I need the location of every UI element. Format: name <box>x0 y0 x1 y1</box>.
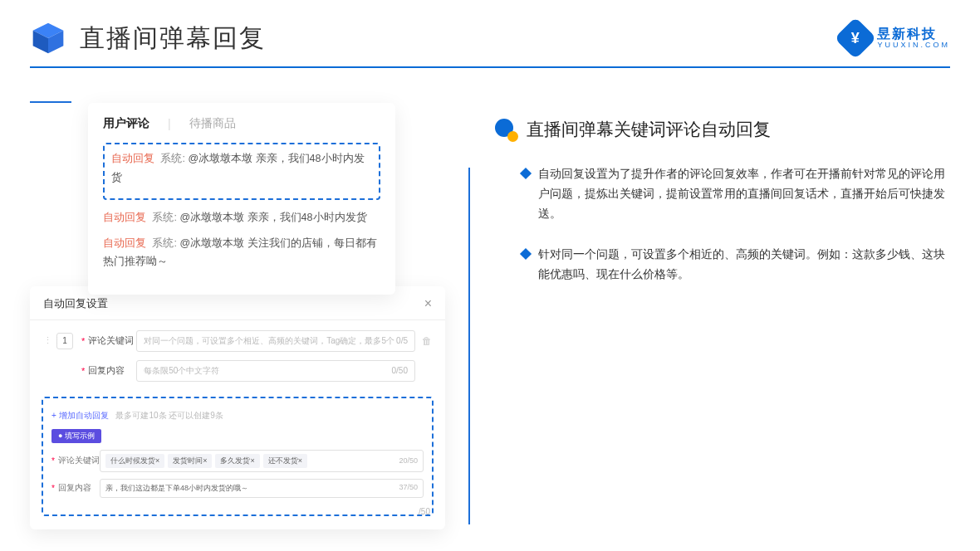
required-mark: * <box>81 336 85 346</box>
cube-icon <box>30 20 66 56</box>
system-tag: 系统: <box>152 212 176 223</box>
screenshot-column: 用户评论 | 待播商品 自动回复 系统: @冰墩墩本墩 亲亲，我们48小时内发货… <box>30 101 445 529</box>
auto-reply-tag: 自动回复 <box>111 153 154 164</box>
example-content-counter: 37/50 <box>399 483 418 494</box>
comment-body: @冰墩墩本墩 亲亲，我们48小时内发货 <box>179 212 366 223</box>
slide-header: 直播间弹幕回复 ¥ 昱新科技 YUUXIN.COM <box>0 0 980 66</box>
keyword-chip[interactable]: 多久发货× <box>215 454 259 468</box>
rule-index: 1 <box>56 333 73 349</box>
add-hint: 最多可建10条 还可以创建9条 <box>115 411 223 420</box>
section-title: 直播间弹幕关键词评论自动回复 <box>527 118 771 141</box>
tab-pending-goods[interactable]: 待播商品 <box>189 116 236 131</box>
highlighted-comment: 自动回复 系统: @冰墩墩本墩 亲亲，我们48小时内发货 <box>103 143 380 200</box>
brand-logo: ¥ 昱新科技 YUUXIN.COM <box>840 23 950 53</box>
add-auto-reply-link[interactable]: + 增加自动回复 最多可建10条 还可以创建9条 <box>51 410 223 422</box>
content-counter: 0/50 <box>392 366 408 375</box>
content-label: 回复内容 <box>88 364 136 377</box>
example-kw-counter: 20/50 <box>399 456 418 465</box>
tab-separator: | <box>168 117 171 130</box>
auto-reply-settings-panel: 自动回复设置 × ⋮⋮ 1 * 评论关键词 对同一个问题，可设置多个相近、高频的… <box>30 286 445 529</box>
keyword-chip[interactable]: 发货时间× <box>168 454 212 468</box>
keyword-chip[interactable]: 什么时候发货× <box>105 454 164 468</box>
comment-tabs: 用户评论 | 待播商品 <box>103 116 380 131</box>
comment-row: 自动回复 系统: @冰墩墩本墩 关注我们的店铺，每日都有热门推荐呦～ <box>103 234 380 271</box>
trash-icon[interactable]: 🗑 <box>422 335 432 347</box>
settings-title: 自动回复设置 <box>43 296 108 311</box>
page-title: 直播间弹幕回复 <box>80 22 266 56</box>
close-icon[interactable]: × <box>424 296 432 311</box>
example-badge: ● 填写示例 <box>51 429 101 443</box>
keyword-row: ⋮⋮ 1 * 评论关键词 对同一个问题，可设置多个相近、高频的关键词，Tag确定… <box>43 330 432 352</box>
chat-bubble-icon <box>495 119 517 140</box>
required-mark: * <box>81 366 85 376</box>
diamond-icon <box>520 248 532 260</box>
bullet-text: 针对同一个问题，可设置多个相近的、高频的关键词。例如：这款多少钱、这块能优惠吗、… <box>538 245 950 285</box>
keyword-label: 评论关键词 <box>88 334 136 347</box>
example-block: + 增加自动回复 最多可建10条 还可以创建9条 ● 填写示例 * 评论关键词 … <box>42 397 434 516</box>
connector-line-b <box>30 101 71 103</box>
content-input[interactable]: 每条限50个中文字符 0/50 <box>136 360 415 382</box>
diamond-icon <box>520 168 532 179</box>
example-keyword-row: * 评论关键词 什么时候发货× 发货时间× 多久发货× 还不发货× 20/50 <box>51 450 424 472</box>
drag-handle-icon[interactable]: ⋮⋮ <box>43 335 56 346</box>
auto-reply-tag: 自动回复 <box>103 212 146 223</box>
bullet-point: 针对同一个问题，可设置多个相近的、高频的关键词。例如：这款多少钱、这块能优惠吗、… <box>495 245 950 285</box>
system-tag: 系统: <box>160 153 184 164</box>
auto-reply-tag: 自动回复 <box>103 237 146 249</box>
connector-line <box>445 168 470 524</box>
bullet-point: 自动回复设置为了提升作者的评论回复效率，作者可在开播前针对常见的评论用户问题，提… <box>495 164 950 223</box>
brand-name-cn: 昱新科技 <box>877 27 950 41</box>
system-tag: 系统: <box>152 237 176 249</box>
brand-badge-icon: ¥ <box>835 17 877 60</box>
tab-user-comments[interactable]: 用户评论 <box>103 116 149 131</box>
brand-name-en: YUUXIN.COM <box>877 41 950 50</box>
keyword-counter: 0/5 <box>396 336 408 345</box>
keyword-input[interactable]: 对同一个问题，可设置多个相近、高频的关键词，Tag确定，最多5个 0/5 <box>136 330 415 352</box>
example-keyword-input[interactable]: 什么时候发货× 发货时间× 多久发货× 还不发货× 20/50 <box>100 450 424 472</box>
description-column: 直播间弹幕关键词评论自动回复 自动回复设置为了提升作者的评论回复效率，作者可在开… <box>495 101 950 529</box>
comments-panel: 用户评论 | 待播商品 自动回复 系统: @冰墩墩本墩 亲亲，我们48小时内发货… <box>88 103 395 295</box>
example-content-input[interactable]: 亲，我们这边都是下单48小时内发货的哦～ 37/50 <box>100 479 424 498</box>
content-row: * 回复内容 每条限50个中文字符 0/50 <box>43 360 432 382</box>
keyword-chip[interactable]: 还不发货× <box>263 454 307 468</box>
panel-counter: /50 <box>419 507 430 516</box>
bullet-text: 自动回复设置为了提升作者的评论回复效率，作者可在开播前针对常见的评论用户问题，提… <box>538 164 950 223</box>
comment-row: 自动回复 系统: @冰墩墩本墩 亲亲，我们48小时内发货 <box>103 208 380 227</box>
example-content-row: * 回复内容 亲，我们这边都是下单48小时内发货的哦～ 37/50 <box>51 479 424 498</box>
